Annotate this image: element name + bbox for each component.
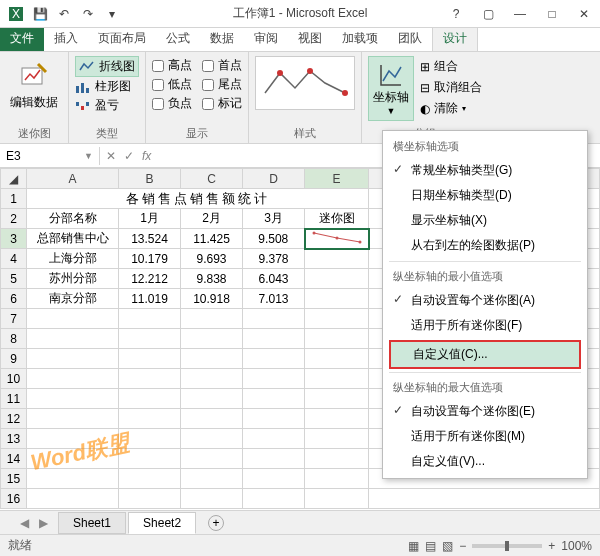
chevron-down-icon: ▼ [84,151,93,161]
save-icon[interactable]: 💾 [30,4,50,24]
undo-icon[interactable]: ↶ [54,4,74,24]
chk-first[interactable]: 首点 [202,56,242,75]
ribbon-collapse-icon[interactable]: ▢ [476,7,500,21]
sparkline-icon [312,230,362,244]
row-2[interactable]: 2 [1,209,27,229]
row-3[interactable]: 3 [1,229,27,249]
sheet-tab-2[interactable]: Sheet2 [128,512,196,534]
zoom-in-icon[interactable]: + [548,539,555,553]
cell[interactable]: 1月 [119,209,181,229]
zoom-level[interactable]: 100% [561,539,592,553]
col-B[interactable]: B [119,169,181,189]
row-5[interactable]: 5 [1,269,27,289]
view-pagebreak-icon[interactable]: ▧ [442,539,453,553]
formula-bar[interactable]: ✕✓fx [100,149,157,163]
chk-high[interactable]: 高点 [152,56,192,75]
group-button[interactable]: ⊞组合 [420,56,482,77]
tab-file[interactable]: 文件 [0,26,44,51]
col-C[interactable]: C [181,169,243,189]
type-winloss-button[interactable]: 盈亏 [75,96,139,115]
cell[interactable]: 13.524 [119,229,181,249]
zoom-out-icon[interactable]: − [459,539,466,553]
edit-data-button[interactable]: 编辑数据 [6,56,62,115]
view-layout-icon[interactable]: ▤ [425,539,436,553]
dd-vmax-custom[interactable]: 自定义值(V)... [383,449,587,474]
col-A[interactable]: A [27,169,119,189]
axis-dropdown: 横坐标轴选项 常规坐标轴类型(G) 日期坐标轴类型(D) 显示坐标轴(X) 从右… [382,130,588,479]
type-column-button[interactable]: 柱形图 [75,77,139,96]
zoom-slider[interactable] [472,544,542,548]
dd-show-axis[interactable]: 显示坐标轴(X) [383,208,587,233]
chk-low[interactable]: 低点 [152,75,192,94]
tab-layout[interactable]: 页面布局 [88,26,156,51]
ungroup-button[interactable]: ⊟取消组合 [420,77,482,98]
chk-last[interactable]: 尾点 [202,75,242,94]
dd-date-axis[interactable]: 日期坐标轴类型(D) [383,183,587,208]
tab-formula[interactable]: 公式 [156,26,200,51]
svg-point-12 [312,232,315,235]
tab-data[interactable]: 数据 [200,26,244,51]
title-bar: X 💾 ↶ ↷ ▾ 工作簿1 - Microsoft Excel ? ▢ — □… [0,0,600,28]
cell[interactable]: 分部名称 [27,209,119,229]
col-E[interactable]: E [305,169,369,189]
chevron-down-icon: ▼ [387,106,396,116]
sparkline-cell[interactable] [305,229,369,249]
dd-vmin-all[interactable]: 适用于所有迷你图(F) [383,313,587,338]
tab-insert[interactable]: 插入 [44,26,88,51]
sheet-nav-prev-icon[interactable]: ◀ [20,516,29,530]
quick-access-toolbar: X 💾 ↶ ↷ ▾ [0,4,122,24]
chk-neg[interactable]: 负点 [152,94,192,113]
cell[interactable]: 11.425 [181,229,243,249]
col-D[interactable]: D [243,169,305,189]
group-type-label: 类型 [75,124,139,141]
sheet-nav-next-icon[interactable]: ▶ [39,516,48,530]
axis-button[interactable]: 坐标轴 ▼ [368,56,414,121]
chk-markers[interactable]: 标记 [202,94,242,113]
group-minichart-label: 迷你图 [6,124,62,141]
cell[interactable]: 总部销售中心 [27,229,119,249]
view-normal-icon[interactable]: ▦ [408,539,419,553]
minimize-icon[interactable]: — [508,7,532,21]
help-icon[interactable]: ? [444,7,468,21]
dd-vmin-custom[interactable]: 自定义值(C)... [389,340,581,369]
tab-view[interactable]: 视图 [288,26,332,51]
separator [389,372,581,373]
close-icon[interactable]: ✕ [572,7,596,21]
sheet-tab-1[interactable]: Sheet1 [58,512,126,534]
edit-data-label: 编辑数据 [10,94,58,111]
cell[interactable]: 9.508 [243,229,305,249]
row-1[interactable]: 1 [1,189,27,209]
tab-team[interactable]: 团队 [388,26,432,51]
dd-rtl[interactable]: 从右到左的绘图数据(P) [383,233,587,258]
tab-addin[interactable]: 加载项 [332,26,388,51]
row-4[interactable]: 4 [1,249,27,269]
maximize-icon[interactable]: □ [540,7,564,21]
dd-general-axis[interactable]: 常规坐标轴类型(G) [383,158,587,183]
select-all[interactable]: ◢ [1,169,27,189]
tab-design[interactable]: 设计 [432,25,478,51]
group-style: 样式 [249,52,362,143]
svg-point-14 [358,241,361,244]
row-6[interactable]: 6 [1,289,27,309]
tab-review[interactable]: 审阅 [244,26,288,51]
group-show-label: 显示 [152,124,242,141]
title-cell[interactable]: 各销售点销售额统计 [27,189,369,209]
type-line-button[interactable]: 折线图 [75,56,139,77]
cell[interactable]: 2月 [181,209,243,229]
name-box[interactable]: E3▼ [0,147,100,165]
style-gallery[interactable] [255,56,355,110]
dd-vmax-header: 纵坐标轴的最大值选项 [383,376,587,399]
cell[interactable]: 迷你图 [305,209,369,229]
eraser-icon: ◐ [420,102,430,116]
add-sheet-icon[interactable]: + [208,515,224,531]
dd-vmax-all[interactable]: 适用于所有迷你图(M) [383,424,587,449]
svg-point-13 [335,237,338,240]
dd-vmax-auto[interactable]: 自动设置每个迷你图(E) [383,399,587,424]
dd-vmin-auto[interactable]: 自动设置每个迷你图(A) [383,288,587,313]
group-minichart: 编辑数据 迷你图 [0,52,69,143]
qat-dropdown-icon[interactable]: ▾ [102,4,122,24]
dd-vmin-header: 纵坐标轴的最小值选项 [383,265,587,288]
redo-icon[interactable]: ↷ [78,4,98,24]
cell[interactable]: 3月 [243,209,305,229]
clear-button[interactable]: ◐清除▾ [420,98,482,119]
